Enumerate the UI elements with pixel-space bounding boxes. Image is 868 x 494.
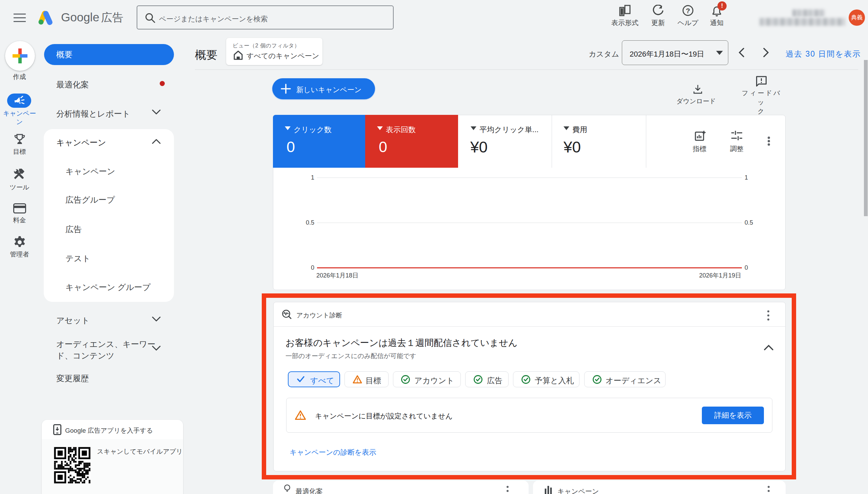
svg-text:?: ? [686,7,690,15]
